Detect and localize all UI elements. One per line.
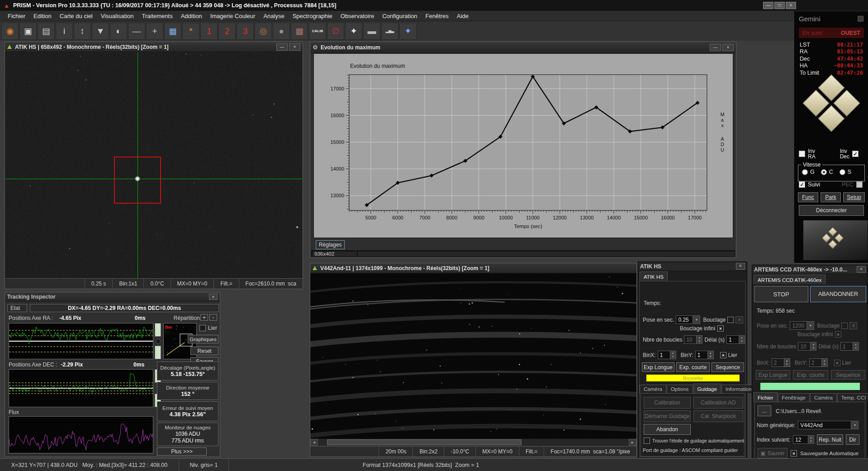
pec-checkbox[interactable] <box>856 181 863 188</box>
lens-icon-button[interactable]: ● <box>273 23 290 40</box>
menu-visualisation[interactable]: Visualisation <box>97 11 138 21</box>
camera-2-icon-button[interactable]: 2 <box>218 23 236 40</box>
spin-up-icon[interactable]: ▲ <box>697 336 702 340</box>
spin-down-icon[interactable]: ▼ <box>739 340 745 344</box>
menu-addition[interactable]: Addition <box>177 11 206 21</box>
gemini-menu-button[interactable] <box>858 16 863 22</box>
stop-button[interactable]: STOP <box>754 286 808 302</box>
browse-button[interactable]: ... <box>758 405 771 416</box>
atik-tab-cam-ra[interactable]: Caméra <box>640 385 666 393</box>
spin-up-icon[interactable]: ▲ <box>853 343 859 347</box>
camera-1-icon-button[interactable]: 1 <box>200 23 218 40</box>
radio-S[interactable] <box>840 169 845 175</box>
contrast-icon-button[interactable]: ◐ <box>110 23 127 40</box>
menu-observatoire[interactable]: Observatoire <box>337 11 378 21</box>
reset-button[interactable]: Reset <box>190 347 218 355</box>
biny-spinner[interactable]: 1▲▼ <box>695 351 714 359</box>
pose-combo[interactable]: 0.25▼ <box>676 315 700 324</box>
binx-spinner[interactable]: 2▲▼ <box>772 358 790 367</box>
atik-close-button[interactable]: × <box>736 263 745 270</box>
spin-up-icon[interactable]: ▲ <box>708 351 713 355</box>
spin-down-icon[interactable]: ▼ <box>784 363 790 367</box>
calibration-button[interactable]: Calibration <box>644 397 691 409</box>
menu-fichier[interactable]: Fichier <box>4 11 29 21</box>
artemis-tab-fichier[interactable]: Fichier <box>754 392 778 402</box>
spin-up-icon[interactable]: ▲ <box>784 359 790 363</box>
image-hscrollbar[interactable]: ◀ ▶ <box>310 438 636 446</box>
close-button[interactable]: × <box>786 2 796 9</box>
inv-dec-checkbox[interactable]: ✓ <box>852 151 859 157</box>
filter-wheel-icon-button[interactable]: ◎ <box>255 23 272 40</box>
spin-down-icon[interactable]: ▼ <box>708 355 713 359</box>
sauver-button[interactable]: ▣Sauver <box>758 448 787 458</box>
minimize-button[interactable]: — <box>763 2 773 9</box>
radio-G[interactable] <box>802 169 808 175</box>
deconnecter-button[interactable]: Déconnecter <box>799 205 864 216</box>
plus-more-button[interactable]: Plus >>> <box>157 447 207 456</box>
artemis-device-tab[interactable]: ARTEMIS CCD ATIK-460ex <box>754 275 825 284</box>
calibration-ao-button[interactable]: Calibration AO <box>693 397 743 409</box>
info-icon-button[interactable]: i <box>56 23 73 40</box>
spin-down-icon[interactable]: ▼ <box>811 347 816 351</box>
pose-combo[interactable]: 1200▼ <box>790 321 814 330</box>
spin-down-icon[interactable]: ▼ <box>853 347 859 351</box>
maximize-button[interactable]: □ <box>774 2 785 9</box>
spin-up-icon[interactable]: ▲ <box>808 436 814 440</box>
tracking-titlebar[interactable]: Tracking Inspector × <box>5 292 220 302</box>
binx-spinner[interactable]: 1▲▼ <box>658 351 676 359</box>
sequence-button[interactable]: Sequence <box>711 362 744 372</box>
lier-checkbox[interactable]: × <box>720 352 726 358</box>
histogram-icon-button[interactable]: ▂▅▃ <box>381 23 398 40</box>
artemis-panel-titlebar[interactable]: ARTEMIS CCD ATIK-460ex -> -10.0... × <box>752 265 868 274</box>
save-icon-button[interactable]: ▣ <box>19 23 37 40</box>
chart-close-button[interactable]: × <box>722 44 734 51</box>
chevron-down-icon[interactable]: ▼ <box>807 321 814 330</box>
spin-down-icon[interactable]: ▼ <box>822 363 827 367</box>
bouclage-stop-button[interactable]: × <box>735 316 743 324</box>
menu-traitements[interactable]: Traitements <box>138 11 177 21</box>
nom-combo[interactable]: V442And▼ <box>798 421 859 429</box>
flip-vertical-icon-button[interactable]: ↕ <box>74 23 91 40</box>
lier-checkbox[interactable]: × <box>834 360 840 366</box>
image-window-titlebar[interactable]: V442And-11 | 1374x1099 - Monochrome - Ré… <box>310 263 636 273</box>
scroll-thumb[interactable] <box>327 439 522 445</box>
cal-sharplock-button[interactable]: Cal. Sharplock <box>693 410 743 422</box>
guide-window-titlebar[interactable]: ATIK HS | 658x492 - Monochrome - Réels(3… <box>5 42 303 52</box>
bouclage-infini-checkbox[interactable]: × <box>717 325 724 332</box>
glove-icon-button[interactable]: ✦ <box>345 23 362 40</box>
image-canvas[interactable] <box>310 273 636 438</box>
spin-up-icon[interactable]: ▲ <box>670 351 676 355</box>
exp-longue-button[interactable]: Exp Longue <box>642 362 674 372</box>
spin-down-icon[interactable]: ▼ <box>808 440 814 444</box>
abandon-button[interactable]: Abandon <box>644 424 691 435</box>
menu-carte-du-ciel[interactable]: Carte du ciel <box>56 11 97 21</box>
scroll-left-icon[interactable]: ◀ <box>310 439 318 446</box>
radio-C[interactable] <box>821 169 827 175</box>
atik-device-tab[interactable]: ATIK HS <box>640 271 668 281</box>
artemis-tab-cam-ra[interactable]: Caméra <box>810 393 837 402</box>
artemis-tab-temp-cci[interactable]: Temp. CCI <box>837 393 868 402</box>
menu-configuration[interactable]: Configuration <box>378 11 421 21</box>
sauvegarde-auto-checkbox[interactable]: × <box>791 450 797 457</box>
menu-aide[interactable]: Aide <box>453 11 473 21</box>
ccd-icon-button[interactable]: ▦ <box>291 23 308 40</box>
setup-button[interactable]: Setup <box>843 192 865 202</box>
camera-3-icon-button[interactable]: 3 <box>237 23 254 40</box>
chart-plot-area[interactable]: 5000600070008000900010000110001200013000… <box>313 53 733 238</box>
sequence-button[interactable]: Sequence <box>831 370 865 380</box>
index-spinner[interactable]: 12▲▼ <box>793 435 814 444</box>
comet-icon-button[interactable]: ✦ <box>399 23 417 40</box>
exp-courte-button[interactable]: Exp. courte <box>793 370 828 380</box>
spin-up-icon[interactable]: ▲ <box>811 343 816 347</box>
rep-nuit-button[interactable]: Rep. Nuit <box>817 434 843 445</box>
atik-tab-options[interactable]: Options <box>667 385 693 393</box>
spin-down-icon[interactable]: ▼ <box>670 355 676 359</box>
spin-down-icon[interactable]: ▼ <box>697 340 702 344</box>
guide-minimize-button[interactable]: — <box>276 43 288 51</box>
stop-icon-button[interactable]: ∅ <box>327 23 344 40</box>
bouclage-checkbox[interactable] <box>727 317 734 323</box>
inv-ra-checkbox[interactable] <box>799 151 805 157</box>
hand-icon-button[interactable]: * <box>182 23 199 40</box>
menu-fen-tres[interactable]: Fenêtres <box>422 11 453 21</box>
mount-webcam-thumbnail[interactable] <box>803 220 868 260</box>
